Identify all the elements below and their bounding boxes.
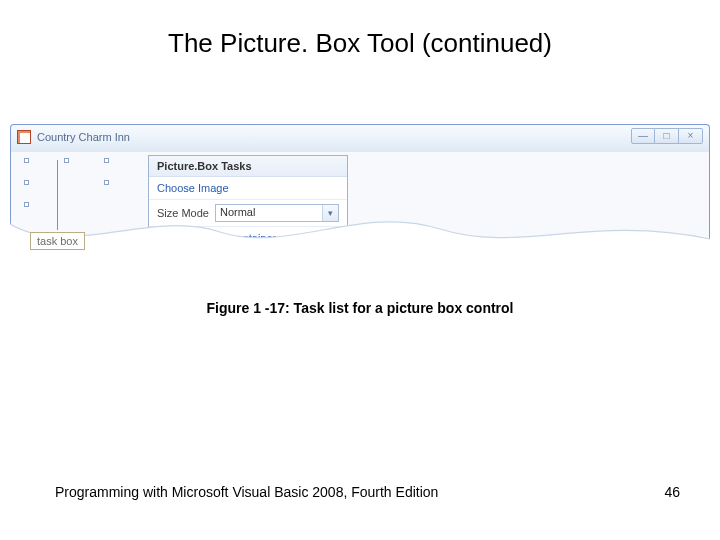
app-window-body <box>10 152 710 252</box>
selection-handle[interactable] <box>104 180 109 185</box>
maximize-button[interactable]: □ <box>655 128 679 144</box>
app-window-titlebar: Country Charm Inn — □ × <box>10 124 710 152</box>
selection-handle[interactable] <box>24 202 29 207</box>
selection-handle[interactable] <box>104 158 109 163</box>
figure-screenshot: Country Charm Inn — □ × Picture.Box Task… <box>10 124 710 269</box>
selection-handle[interactable] <box>24 158 29 163</box>
choose-image-link[interactable]: Choose Image <box>149 177 347 200</box>
figure-caption: Figure 1 -17: Task list for a picture bo… <box>0 300 720 316</box>
dock-in-parent-link[interactable]: Dock in parent container <box>149 227 347 249</box>
selection-handle[interactable] <box>64 158 69 163</box>
tasks-panel-header: Picture.Box Tasks <box>149 156 347 177</box>
size-mode-value: Normal <box>216 205 322 221</box>
page-number: 46 <box>664 484 680 500</box>
window-buttons: — □ × <box>631 128 703 144</box>
window-title: Country Charm Inn <box>37 131 130 143</box>
callout-label: task box <box>30 232 85 250</box>
app-icon <box>17 130 31 144</box>
picturebox-tasks-panel: Picture.Box Tasks Choose Image Size Mode… <box>148 155 348 250</box>
size-mode-label: Size Mode <box>157 207 209 219</box>
slide-title: The Picture. Box Tool (continued) <box>0 0 720 59</box>
callout-leader-line <box>57 160 58 230</box>
close-button[interactable]: × <box>679 128 703 144</box>
selection-handle[interactable] <box>24 180 29 185</box>
minimize-button[interactable]: — <box>631 128 655 144</box>
chevron-down-icon[interactable]: ▾ <box>322 205 338 221</box>
footer-text: Programming with Microsoft Visual Basic … <box>55 484 438 500</box>
size-mode-row: Size Mode Normal ▾ <box>149 200 347 227</box>
size-mode-combobox[interactable]: Normal ▾ <box>215 204 339 222</box>
